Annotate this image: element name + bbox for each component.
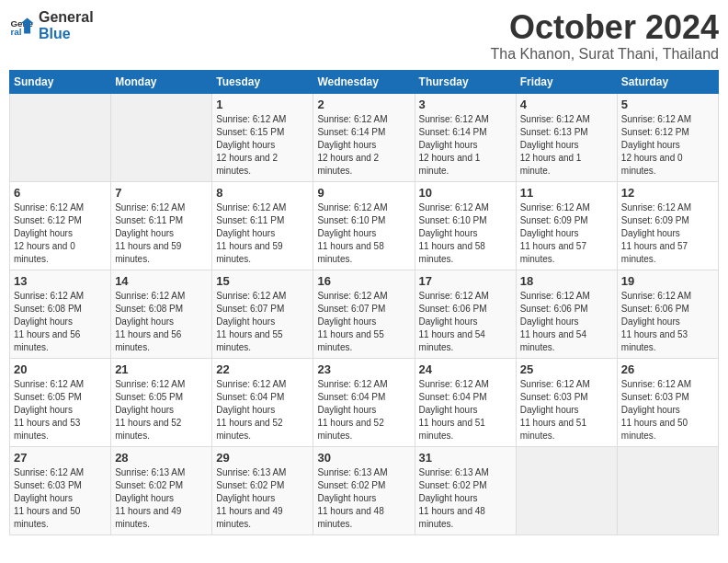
day-info: Sunrise: 6:12 AMSunset: 6:14 PMDaylight …	[419, 113, 512, 178]
week-row-2: 6Sunrise: 6:12 AMSunset: 6:12 PMDaylight…	[10, 181, 719, 270]
day-cell: 23Sunrise: 6:12 AMSunset: 6:04 PMDayligh…	[313, 358, 415, 446]
day-number: 22	[216, 362, 309, 376]
day-number: 4	[520, 98, 613, 111]
day-number: 12	[621, 186, 714, 200]
day-number: 14	[115, 274, 208, 288]
day-number: 29	[216, 451, 309, 465]
day-info: Sunrise: 6:12 AMSunset: 6:03 PMDaylight …	[621, 378, 714, 442]
day-cell: 15Sunrise: 6:12 AMSunset: 6:07 PMDayligh…	[212, 270, 313, 358]
day-cell: 11Sunrise: 6:12 AMSunset: 6:09 PMDayligh…	[516, 181, 617, 270]
day-number: 13	[14, 274, 107, 288]
day-info: Sunrise: 6:12 AMSunset: 6:06 PMDaylight …	[621, 290, 714, 354]
day-number: 28	[115, 451, 208, 465]
day-info: Sunrise: 6:12 AMSunset: 6:14 PMDaylight …	[317, 113, 410, 178]
day-number: 17	[419, 274, 512, 288]
day-cell: 4Sunrise: 6:12 AMSunset: 6:13 PMDaylight…	[516, 93, 617, 181]
week-row-4: 20Sunrise: 6:12 AMSunset: 6:05 PMDayligh…	[10, 358, 719, 446]
day-cell: 19Sunrise: 6:12 AMSunset: 6:06 PMDayligh…	[617, 270, 718, 358]
day-cell: 5Sunrise: 6:12 AMSunset: 6:12 PMDaylight…	[617, 93, 718, 181]
location-title: Tha Khanon, Surat Thani, Thailand	[491, 46, 719, 63]
day-cell: 14Sunrise: 6:12 AMSunset: 6:08 PMDayligh…	[111, 270, 212, 358]
day-number: 31	[419, 451, 512, 465]
day-info: Sunrise: 6:12 AMSunset: 6:05 PMDaylight …	[115, 378, 208, 442]
day-number: 24	[419, 362, 512, 376]
day-number: 8	[216, 186, 309, 200]
day-number: 7	[115, 186, 208, 200]
header-cell-tuesday: Tuesday	[212, 70, 313, 93]
svg-text:ral: ral	[10, 26, 21, 36]
title-area: October 2024 Tha Khanon, Surat Thani, Th…	[491, 9, 719, 63]
day-info: Sunrise: 6:12 AMSunset: 6:04 PMDaylight …	[419, 378, 512, 442]
day-info: Sunrise: 6:12 AMSunset: 6:10 PMDaylight …	[419, 201, 512, 266]
day-cell: 24Sunrise: 6:12 AMSunset: 6:04 PMDayligh…	[415, 358, 516, 446]
logo: Gene ral General Blue	[9, 9, 94, 41]
day-cell	[516, 446, 617, 534]
day-number: 23	[317, 362, 410, 376]
day-cell: 20Sunrise: 6:12 AMSunset: 6:05 PMDayligh…	[10, 358, 111, 446]
day-number: 6	[14, 186, 107, 200]
calendar-body: 1Sunrise: 6:12 AMSunset: 6:15 PMDaylight…	[10, 93, 719, 534]
day-cell: 26Sunrise: 6:12 AMSunset: 6:03 PMDayligh…	[617, 358, 718, 446]
day-info: Sunrise: 6:12 AMSunset: 6:06 PMDaylight …	[419, 290, 512, 354]
day-info: Sunrise: 6:12 AMSunset: 6:07 PMDaylight …	[216, 290, 309, 354]
logo-general: General	[39, 9, 94, 26]
header-cell-wednesday: Wednesday	[313, 70, 415, 93]
day-number: 25	[520, 362, 613, 376]
day-number: 21	[115, 362, 208, 376]
day-info: Sunrise: 6:12 AMSunset: 6:06 PMDaylight …	[520, 290, 613, 354]
day-info: Sunrise: 6:12 AMSunset: 6:12 PMDaylight …	[621, 113, 714, 178]
day-number: 30	[317, 451, 410, 465]
day-number: 10	[419, 186, 512, 200]
day-info: Sunrise: 6:13 AMSunset: 6:02 PMDaylight …	[216, 466, 309, 531]
day-cell: 16Sunrise: 6:12 AMSunset: 6:07 PMDayligh…	[313, 270, 415, 358]
day-info: Sunrise: 6:13 AMSunset: 6:02 PMDaylight …	[317, 466, 410, 531]
day-cell: 31Sunrise: 6:13 AMSunset: 6:02 PMDayligh…	[415, 446, 516, 534]
header-row: SundayMondayTuesdayWednesdayThursdayFrid…	[10, 70, 719, 93]
day-number: 15	[216, 274, 309, 288]
day-number: 9	[317, 186, 410, 200]
day-cell: 18Sunrise: 6:12 AMSunset: 6:06 PMDayligh…	[516, 270, 617, 358]
day-cell: 27Sunrise: 6:12 AMSunset: 6:03 PMDayligh…	[10, 446, 111, 534]
day-info: Sunrise: 6:12 AMSunset: 6:11 PMDaylight …	[216, 201, 309, 266]
header-cell-sunday: Sunday	[10, 70, 111, 93]
day-cell: 29Sunrise: 6:13 AMSunset: 6:02 PMDayligh…	[212, 446, 313, 534]
day-info: Sunrise: 6:13 AMSunset: 6:02 PMDaylight …	[419, 466, 512, 531]
day-cell: 7Sunrise: 6:12 AMSunset: 6:11 PMDaylight…	[111, 181, 212, 270]
day-cell: 17Sunrise: 6:12 AMSunset: 6:06 PMDayligh…	[415, 270, 516, 358]
logo-icon: Gene ral	[9, 13, 35, 39]
day-info: Sunrise: 6:12 AMSunset: 6:04 PMDaylight …	[216, 378, 309, 442]
day-cell	[111, 93, 212, 181]
day-cell: 6Sunrise: 6:12 AMSunset: 6:12 PMDaylight…	[10, 181, 111, 270]
logo-blue: Blue	[39, 26, 94, 42]
header-cell-friday: Friday	[516, 70, 617, 93]
day-info: Sunrise: 6:12 AMSunset: 6:09 PMDaylight …	[520, 201, 613, 266]
day-info: Sunrise: 6:12 AMSunset: 6:08 PMDaylight …	[14, 290, 107, 354]
day-info: Sunrise: 6:13 AMSunset: 6:02 PMDaylight …	[115, 466, 208, 531]
day-cell: 9Sunrise: 6:12 AMSunset: 6:10 PMDaylight…	[313, 181, 415, 270]
calendar-table: SundayMondayTuesdayWednesdayThursdayFrid…	[9, 70, 719, 535]
day-number: 20	[14, 362, 107, 376]
day-info: Sunrise: 6:12 AMSunset: 6:07 PMDaylight …	[317, 290, 410, 354]
day-info: Sunrise: 6:12 AMSunset: 6:12 PMDaylight …	[14, 201, 107, 266]
day-cell: 3Sunrise: 6:12 AMSunset: 6:14 PMDaylight…	[415, 93, 516, 181]
calendar-header: SundayMondayTuesdayWednesdayThursdayFrid…	[10, 70, 719, 93]
header-cell-thursday: Thursday	[415, 70, 516, 93]
day-info: Sunrise: 6:12 AMSunset: 6:05 PMDaylight …	[14, 378, 107, 442]
day-cell: 21Sunrise: 6:12 AMSunset: 6:05 PMDayligh…	[111, 358, 212, 446]
header-cell-saturday: Saturday	[617, 70, 718, 93]
day-info: Sunrise: 6:12 AMSunset: 6:11 PMDaylight …	[115, 201, 208, 266]
day-number: 27	[14, 451, 107, 465]
header-cell-monday: Monday	[111, 70, 212, 93]
day-number: 1	[216, 98, 309, 111]
day-number: 11	[520, 186, 613, 200]
day-cell: 25Sunrise: 6:12 AMSunset: 6:03 PMDayligh…	[516, 358, 617, 446]
day-cell: 28Sunrise: 6:13 AMSunset: 6:02 PMDayligh…	[111, 446, 212, 534]
day-number: 3	[419, 98, 512, 111]
week-row-1: 1Sunrise: 6:12 AMSunset: 6:15 PMDaylight…	[10, 93, 719, 181]
day-number: 18	[520, 274, 613, 288]
day-info: Sunrise: 6:12 AMSunset: 6:04 PMDaylight …	[317, 378, 410, 442]
day-info: Sunrise: 6:12 AMSunset: 6:15 PMDaylight …	[216, 113, 309, 178]
day-cell	[617, 446, 718, 534]
day-number: 2	[317, 98, 410, 111]
day-number: 19	[621, 274, 714, 288]
